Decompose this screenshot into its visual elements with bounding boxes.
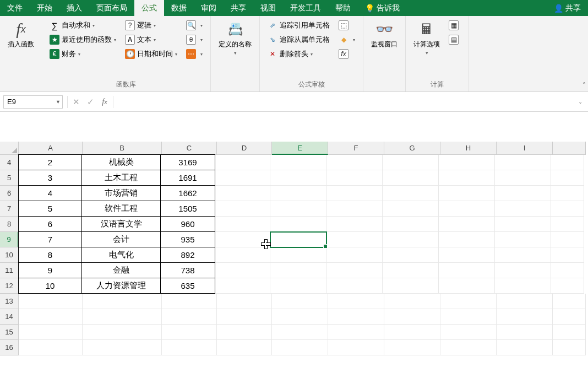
autosum-button[interactable]: ∑自动求和▾ bbox=[47, 19, 118, 32]
cell[interactable] bbox=[383, 278, 439, 294]
menu-insert[interactable]: 插入 bbox=[59, 0, 89, 16]
cell[interactable] bbox=[495, 278, 551, 294]
cell[interactable] bbox=[551, 186, 584, 201]
cell[interactable] bbox=[495, 232, 551, 247]
cell[interactable] bbox=[217, 294, 272, 309]
menu-file[interactable]: 文件 bbox=[0, 0, 30, 16]
cell[interactable] bbox=[328, 340, 384, 355]
col-header-D[interactable]: D bbox=[217, 142, 272, 155]
cell[interactable]: 4 bbox=[18, 185, 82, 201]
cell[interactable] bbox=[326, 263, 383, 278]
cell[interactable]: 10 bbox=[18, 278, 82, 294]
name-box[interactable]: E9 ▼ bbox=[3, 95, 63, 109]
row-header[interactable]: 4 bbox=[0, 155, 19, 170]
row-header[interactable]: 15 bbox=[0, 325, 19, 340]
cell[interactable] bbox=[551, 217, 584, 232]
cell[interactable] bbox=[270, 247, 326, 263]
formula-input[interactable] bbox=[115, 95, 575, 109]
menu-review[interactable]: 审阅 bbox=[194, 0, 224, 16]
datetime-button[interactable]: 🕐日期和时间▾ bbox=[123, 47, 179, 61]
remove-arrows-button[interactable]: ✕删除箭头▾ bbox=[265, 47, 332, 61]
cell[interactable]: 1691 bbox=[160, 170, 215, 186]
menu-share-tab[interactable]: 共享 bbox=[224, 0, 253, 16]
cell[interactable] bbox=[440, 340, 497, 355]
cell[interactable] bbox=[162, 325, 217, 340]
cell[interactable]: 电气化 bbox=[81, 247, 161, 263]
cell[interactable] bbox=[383, 263, 439, 278]
cell[interactable] bbox=[215, 232, 270, 247]
row-header[interactable]: 14 bbox=[0, 309, 19, 325]
evaluate-formula-button[interactable]: fx bbox=[336, 47, 357, 61]
cell[interactable]: 市场营销 bbox=[81, 185, 161, 201]
cell[interactable] bbox=[217, 340, 272, 355]
cell[interactable] bbox=[83, 294, 162, 309]
calc-options-button[interactable]: 🖩 计算选项 ▾ bbox=[409, 18, 444, 58]
cell[interactable] bbox=[270, 155, 326, 170]
cell[interactable] bbox=[272, 294, 328, 309]
cell[interactable]: 6 bbox=[18, 216, 82, 232]
menu-view[interactable]: 视图 bbox=[253, 0, 283, 16]
cell[interactable] bbox=[497, 325, 553, 340]
cell[interactable] bbox=[384, 309, 440, 325]
cell[interactable] bbox=[383, 170, 439, 186]
cell[interactable] bbox=[215, 201, 270, 217]
row-header[interactable]: 12 bbox=[0, 278, 19, 294]
cell[interactable]: 汉语言文学 bbox=[81, 216, 161, 232]
error-check-button[interactable]: ◆▾ bbox=[336, 33, 357, 46]
cell[interactable] bbox=[383, 247, 439, 263]
cell[interactable] bbox=[215, 263, 270, 278]
cell[interactable] bbox=[495, 186, 551, 201]
select-all-corner[interactable] bbox=[0, 142, 19, 155]
cell[interactable] bbox=[19, 294, 83, 309]
cell[interactable] bbox=[439, 201, 495, 217]
cell[interactable] bbox=[439, 247, 495, 263]
cell[interactable] bbox=[384, 340, 440, 355]
cell[interactable] bbox=[270, 170, 326, 186]
more-functions-button[interactable]: ⋯▾ bbox=[184, 47, 205, 61]
text-button[interactable]: A文本▾ bbox=[123, 33, 179, 46]
cell[interactable] bbox=[270, 217, 326, 232]
cell[interactable] bbox=[215, 155, 270, 170]
cell[interactable] bbox=[495, 155, 551, 170]
cell[interactable]: 935 bbox=[160, 231, 215, 247]
chevron-down-icon[interactable]: ▼ bbox=[56, 99, 61, 105]
row-header[interactable]: 16 bbox=[0, 340, 19, 355]
cell[interactable] bbox=[553, 340, 586, 355]
menu-tell-me[interactable]: 💡告诉我 bbox=[358, 0, 407, 16]
menu-page-layout[interactable]: 页面布局 bbox=[89, 0, 134, 16]
cell[interactable] bbox=[272, 340, 328, 355]
cell[interactable] bbox=[384, 294, 440, 309]
cell[interactable] bbox=[553, 309, 586, 325]
cell[interactable] bbox=[326, 217, 383, 232]
cell[interactable] bbox=[215, 217, 270, 232]
cell[interactable]: 人力资源管理 bbox=[81, 278, 161, 294]
lookup-button[interactable]: 🔍▾ bbox=[184, 19, 205, 32]
cell[interactable] bbox=[215, 186, 270, 201]
menu-data[interactable]: 数据 bbox=[164, 0, 194, 16]
cell[interactable] bbox=[497, 294, 553, 309]
accept-formula-button[interactable]: ✓ bbox=[83, 95, 97, 109]
row-header[interactable]: 10 bbox=[0, 247, 19, 263]
cell[interactable]: 金融 bbox=[81, 262, 161, 278]
cell[interactable] bbox=[383, 186, 439, 201]
cell[interactable]: 738 bbox=[160, 262, 215, 278]
cell[interactable] bbox=[439, 217, 495, 232]
trace-dependents-button[interactable]: ⇘追踪从属单元格 bbox=[265, 33, 332, 46]
cell[interactable] bbox=[495, 201, 551, 217]
menu-home[interactable]: 开始 bbox=[30, 0, 59, 16]
col-header-I[interactable]: I bbox=[497, 142, 553, 155]
cell[interactable] bbox=[497, 309, 553, 325]
cell[interactable]: 会计 bbox=[81, 231, 161, 247]
cell[interactable] bbox=[83, 325, 162, 340]
trace-precedents-button[interactable]: ⇗追踪引用单元格 bbox=[265, 19, 332, 32]
cell[interactable] bbox=[553, 294, 586, 309]
row-header[interactable]: 11 bbox=[0, 263, 19, 278]
row-header[interactable]: 13 bbox=[0, 294, 19, 309]
col-header-E[interactable]: E bbox=[272, 142, 328, 155]
cell[interactable] bbox=[383, 201, 439, 217]
cell[interactable]: 机械类 bbox=[81, 154, 161, 170]
cell[interactable] bbox=[270, 232, 326, 247]
cell[interactable]: 5 bbox=[18, 201, 82, 217]
col-header-G[interactable]: G bbox=[384, 142, 440, 155]
collapse-ribbon-icon[interactable]: ˄ bbox=[582, 82, 586, 89]
